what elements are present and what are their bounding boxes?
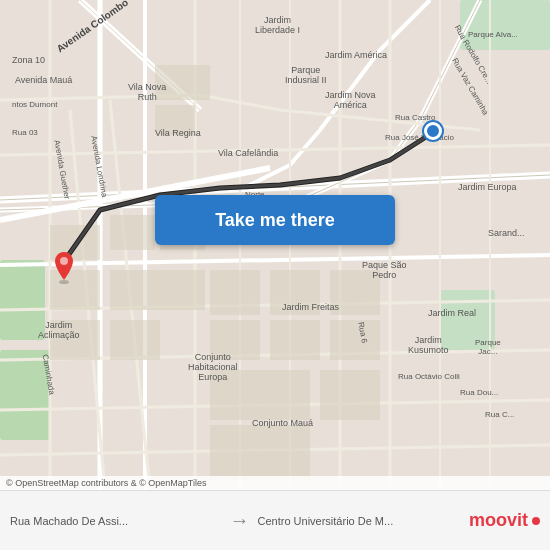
map-view: Zona 10 Avenida Mauá Avenida Colombo Jar…: [0, 0, 550, 490]
svg-rect-2: [0, 350, 50, 440]
moovit-logo: moovit: [469, 510, 540, 531]
map-attribution: © OpenStreetMap contributors & © OpenMap…: [0, 476, 550, 490]
svg-rect-15: [210, 270, 260, 315]
svg-rect-21: [210, 370, 310, 420]
destination-info: Centro Universitário De M...: [258, 515, 470, 527]
moovit-brand-text: moovit: [469, 510, 528, 531]
take-me-there-button[interactable]: Take me there: [155, 195, 395, 245]
destination-marker: [424, 122, 442, 140]
route-arrow: →: [222, 509, 258, 532]
svg-rect-18: [270, 320, 320, 360]
svg-rect-20: [330, 320, 380, 360]
svg-rect-19: [330, 270, 380, 315]
origin-marker: [52, 252, 76, 284]
svg-rect-23: [320, 370, 380, 420]
moovit-dot-icon: [532, 517, 540, 525]
svg-rect-1: [0, 260, 45, 340]
svg-rect-5: [155, 65, 210, 100]
svg-rect-22: [210, 425, 310, 480]
svg-point-25: [60, 257, 68, 265]
svg-rect-16: [270, 270, 320, 315]
svg-rect-12: [50, 320, 100, 360]
svg-rect-8: [110, 215, 155, 250]
svg-rect-6: [155, 105, 195, 135]
svg-rect-17: [210, 320, 260, 360]
destination-label: Centro Universitário De M...: [258, 515, 394, 527]
svg-rect-14: [160, 270, 205, 310]
svg-point-24: [59, 280, 69, 284]
svg-rect-13: [110, 320, 160, 360]
origin-info: Rua Machado De Assi...: [10, 515, 222, 527]
bottom-navigation-bar: Rua Machado De Assi... → Centro Universi…: [0, 490, 550, 550]
origin-label: Rua Machado De Assi...: [10, 515, 222, 527]
svg-rect-11: [110, 270, 160, 310]
svg-rect-4: [440, 290, 495, 350]
